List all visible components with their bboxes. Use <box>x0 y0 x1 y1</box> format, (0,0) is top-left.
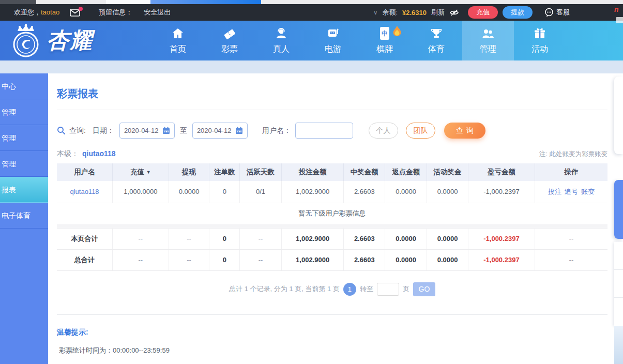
search-toolbar: 查询: 日期： 2020-04-12 至 2020-04-12 用户名： 个人 … <box>57 123 607 139</box>
header-recharge-sortable[interactable]: 充值 ▼ <box>113 163 169 181</box>
floating-widget-tag <box>616 17 623 23</box>
nav-item-activity[interactable]: 活动 <box>514 21 566 60</box>
sidebar-item-manage-1[interactable]: 管理 <box>0 99 48 125</box>
nav-item-boardgames[interactable]: 中 棋牌 <box>359 21 411 60</box>
date-from-input[interactable]: 2020-04-12 <box>119 123 175 139</box>
level-username: qiutao118 <box>82 149 116 158</box>
customer-service-link[interactable]: 客服 <box>544 8 570 17</box>
header-profit-amount: 盈亏金额 <box>468 163 535 181</box>
logout-link[interactable]: 安全退出 <box>144 8 171 17</box>
floating-panel-menu[interactable] <box>614 242 623 326</box>
username-text: taotao <box>41 8 59 16</box>
nav-item-manage[interactable]: 管理 <box>462 21 514 60</box>
cell-active-days: 0/1 <box>240 181 282 203</box>
panel-divider <box>614 269 623 270</box>
nav-menu: 首页 彩票 真人 电游 中 棋牌 <box>152 21 566 60</box>
total-cell: 2.6603 <box>344 228 385 249</box>
total-cell: 0 <box>209 228 240 249</box>
pagination-summary: 总计 1 个记录, 分为 1 页, 当前第 1 页 <box>229 284 340 294</box>
header-activity-bonus: 活动奖金 <box>427 163 468 181</box>
logo-emblem-icon <box>7 23 44 59</box>
cell-withdraw: 0.0000 <box>169 181 209 203</box>
mahjong-icon: 中 <box>379 26 390 40</box>
team-filter-button[interactable]: 团队 <box>406 123 435 139</box>
topbar: 欢迎您，taotao 预留信息： 安全退出 ∨ 余额: ¥2.6310 刷新 充… <box>0 4 623 21</box>
nav-item-live[interactable]: 真人 <box>255 21 307 60</box>
main-navbar: 杏耀 首页 彩票 真人 电游 中 <box>0 21 623 60</box>
sidebar: 中心 管理 管理 管理 报表 电子体育 <box>0 73 48 364</box>
cell-bet: 1,002.9000 <box>281 181 343 203</box>
topbar-right: ∨ 余额: ¥2.6310 刷新 充值 提款 客服 <box>373 6 570 19</box>
deposit-button[interactable]: 充值 <box>468 6 498 19</box>
query-button[interactable]: 查询 <box>444 123 485 139</box>
site-logo[interactable]: 杏耀 <box>7 23 93 59</box>
welcome-text: 欢迎您，taotao <box>14 8 59 17</box>
pagination: 总计 1 个记录, 分为 1 页, 当前第 1 页 1 转至 页 GO <box>57 282 607 296</box>
sidebar-item-center[interactable]: 中心 <box>0 73 48 99</box>
total-label: 本页合计 <box>57 228 113 249</box>
ticket-icon <box>223 26 236 40</box>
empty-message: 暂无下级用户彩票信息 <box>57 203 607 224</box>
nav-item-sports[interactable]: 体育 <box>411 21 462 60</box>
personal-filter-button[interactable]: 个人 <box>369 123 398 139</box>
username-link[interactable]: qiutao118 <box>70 188 99 195</box>
sidebar-item-manage-2[interactable]: 管理 <box>0 125 48 151</box>
tips-title: 温馨提示: <box>57 328 607 337</box>
refresh-balance-link[interactable]: 刷新 <box>431 8 445 17</box>
nav-label: 体育 <box>428 44 445 55</box>
cell-win: 2.6603 <box>344 181 385 203</box>
calendar-icon <box>235 127 243 134</box>
floating-panel-blue[interactable] <box>614 180 623 239</box>
nav-item-home[interactable]: 首页 <box>152 21 204 60</box>
balance-label: 余额: <box>382 8 398 17</box>
floating-panel-bottom <box>614 326 623 364</box>
header-username: 用户名 <box>57 163 113 181</box>
header-actions: 操作 <box>535 163 607 181</box>
page-layout: 中心 管理 管理 管理 报表 电子体育 彩票报表 查询: 日期： 2020-04… <box>0 73 623 364</box>
welcome-prefix: 欢迎您， <box>14 8 41 16</box>
cell-orders: 0 <box>209 181 240 203</box>
table-row: qiutao118 1,000.0000 0.0000 0 0/1 1,002.… <box>57 181 607 203</box>
nav-item-egames[interactable]: 电游 <box>307 21 359 60</box>
trophy-icon <box>430 26 443 40</box>
nav-label: 电游 <box>325 44 341 55</box>
eye-off-icon[interactable] <box>449 9 459 17</box>
total-cell: -- <box>535 249 607 270</box>
total-cell: -- <box>240 249 282 270</box>
page-title: 彩票报表 <box>57 87 607 101</box>
go-button[interactable]: GO <box>413 282 435 296</box>
nav-label: 彩票 <box>221 44 238 55</box>
nav-item-lottery[interactable]: 彩票 <box>204 21 255 60</box>
total-cell: -- <box>113 228 169 249</box>
date-to-input[interactable]: 2020-04-12 <box>192 123 248 139</box>
balance-value: ¥2.6310 <box>402 9 427 17</box>
goto-page-input[interactable] <box>377 283 399 296</box>
sidebar-item-manage-3[interactable]: 管理 <box>0 151 48 177</box>
slot-machine-icon <box>326 26 340 40</box>
browser-strip-tab <box>106 0 151 4</box>
chase-number-link[interactable]: 追号 <box>565 188 578 195</box>
bet-detail-link[interactable]: 投注 <box>548 188 561 195</box>
browser-strip <box>0 0 623 4</box>
total-cell: 0.0000 <box>385 249 427 270</box>
total-cell: 1,002.9000 <box>281 228 343 249</box>
total-profit-cell: -1,000.2397 <box>468 249 535 270</box>
floating-panel-top[interactable] <box>614 77 623 154</box>
sidebar-item-esports[interactable]: 电子体育 <box>0 203 48 229</box>
chevron-down-icon[interactable]: ∨ <box>373 9 377 16</box>
total-cell: 0.0000 <box>427 249 468 270</box>
current-page-button[interactable]: 1 <box>343 283 356 296</box>
browser-strip-dark <box>0 0 36 4</box>
date-to-value: 2020-04-12 <box>197 127 232 134</box>
goto-label: 转至 <box>360 284 373 294</box>
sidebar-item-report[interactable]: 报表 <box>0 177 48 203</box>
username-input[interactable] <box>295 123 353 139</box>
account-change-link[interactable]: 账变 <box>581 188 595 195</box>
logo-text: 杏耀 <box>47 26 93 56</box>
total-cell: 2.6603 <box>344 249 385 270</box>
person-icon <box>275 26 288 40</box>
withdraw-button[interactable]: 提款 <box>503 6 533 19</box>
mail-notification-dot <box>79 7 83 11</box>
mail-icon[interactable] <box>70 9 80 17</box>
grand-total-label: 总合计 <box>57 249 113 270</box>
